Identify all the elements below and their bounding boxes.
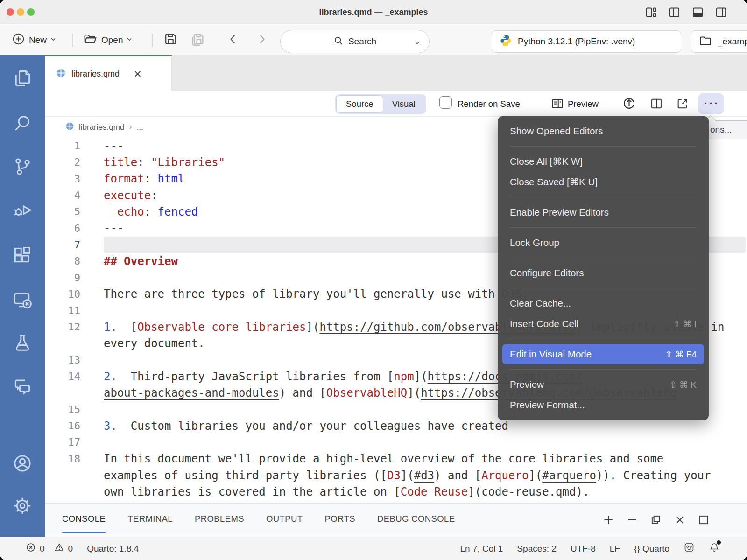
cursor-position-status[interactable]: Ln 7, Col 1 <box>460 544 503 554</box>
save-all-button[interactable] <box>190 25 205 55</box>
navigate-back-button[interactable] <box>227 25 239 55</box>
language-mode-status[interactable]: {} Quarto <box>634 544 669 554</box>
breadcrumb-separator-icon: › <box>129 121 132 132</box>
breadcrumb-more[interactable]: ... <box>137 123 143 132</box>
feedback-smiley-icon[interactable] <box>684 542 695 555</box>
code-line[interactable]: 18In this document we'll provide a high-… <box>45 451 747 467</box>
panel-tab-console[interactable]: CONSOLE <box>62 504 106 537</box>
close-panel-icon[interactable] <box>674 514 686 528</box>
menu-item-label: Close All [⌘K W] <box>510 156 583 167</box>
folder-open-icon <box>83 32 97 48</box>
editor-action-bar: Source Visual Render on Save Preview ··· <box>45 91 747 117</box>
search-input[interactable]: Search <box>280 30 430 53</box>
panel-tab-problems[interactable]: PROBLEMS <box>195 504 244 537</box>
preview-icon[interactable] <box>551 97 564 112</box>
menu-divider <box>510 339 697 339</box>
menu-item-enable-preview-editors[interactable]: Enable Preview Editors <box>498 202 709 223</box>
interpreter-selector[interactable]: Python 3.12.1 (PipEnv: .venv) <box>492 30 681 53</box>
notifications-bell-icon[interactable] <box>709 542 720 555</box>
line-number: 14 <box>45 371 80 382</box>
problems-status[interactable]: 0 0 <box>26 542 73 555</box>
menu-item-lock-group[interactable]: Lock Group <box>498 232 709 253</box>
menu-item-preview[interactable]: Preview⇧ ⌘ K <box>498 374 709 395</box>
panel-tab-terminal[interactable]: TERMINAL <box>127 504 173 537</box>
code-line[interactable]: 163. Custom libraries you and/or your co… <box>45 418 747 434</box>
restore-panel-icon[interactable] <box>650 514 662 528</box>
sidebar-item-settings[interactable] <box>12 496 33 516</box>
menu-item-preview-format[interactable]: Preview Format... <box>498 395 709 415</box>
quarto-file-icon <box>65 122 74 133</box>
sidebar-item-source-control[interactable] <box>12 156 33 177</box>
line-text: examples of using third-party libraries … <box>80 469 711 482</box>
menu-item-edit-in-visual-mode[interactable]: Edit in Visual Mode⇧ ⌘ F4 <box>502 344 704 364</box>
line-number: 9 <box>45 272 80 284</box>
encoding-status[interactable]: UTF-8 <box>571 544 596 554</box>
source-mode-button[interactable]: Source <box>337 96 383 112</box>
tab-libraries-qmd[interactable]: libraries.qmd ✕ <box>45 55 172 91</box>
toggle-primary-sidebar-icon[interactable] <box>668 6 681 19</box>
sidebar-item-account[interactable] <box>12 453 33 474</box>
customize-layout-icon[interactable] <box>645 6 657 19</box>
sidebar-item-chat[interactable] <box>12 376 33 396</box>
project-label: _examples <box>718 36 747 47</box>
code-line[interactable]: 17 <box>45 434 747 450</box>
panel-tab-ports[interactable]: PORTS <box>325 504 355 537</box>
code-line[interactable]: own libraries is covered in the article … <box>45 483 747 500</box>
sidebar-item-run-debug[interactable] <box>12 201 33 221</box>
line-text: There are three types of library you'll … <box>80 287 529 301</box>
line-text: In this document we'll provide a high-le… <box>80 452 663 465</box>
visual-mode-button[interactable]: Visual <box>383 96 425 112</box>
quarto-version-status[interactable]: Quarto: 1.8.4 <box>87 544 139 554</box>
menu-item-clear-cache[interactable]: Clear Cache... <box>498 293 709 314</box>
save-button[interactable] <box>163 25 178 55</box>
toolbar-separator <box>152 33 153 47</box>
sidebar-item-testing[interactable] <box>12 333 33 353</box>
indentation-status[interactable]: Spaces: 2 <box>517 544 557 554</box>
panel-tab-debug-console[interactable]: DEBUG CONSOLE <box>377 504 455 537</box>
toggle-panel-icon[interactable] <box>691 6 704 19</box>
menu-item-close-all-k-w[interactable]: Close All [⌘K W] <box>498 151 709 172</box>
more-actions-button[interactable]: ··· <box>698 93 724 114</box>
minimize-panel-icon[interactable] <box>626 514 638 528</box>
menu-divider <box>510 258 697 258</box>
project-selector[interactable]: _examples <box>691 30 747 53</box>
preview-label[interactable]: Preview <box>568 91 599 117</box>
panel-tab-output[interactable]: OUTPUT <box>266 504 303 537</box>
split-editor-icon[interactable] <box>650 97 663 112</box>
navigate-forward-button[interactable] <box>256 25 268 55</box>
maximize-panel-icon[interactable] <box>698 514 710 528</box>
render-icon[interactable] <box>622 96 636 112</box>
menu-item-close-saved-k-u[interactable]: Close Saved [⌘K U] <box>498 172 709 192</box>
chevron-down-icon[interactable] <box>414 39 421 48</box>
status-bar: 0 0 Quarto: 1.8.4 Ln 7, Col 1 Spaces: 2 … <box>0 537 747 560</box>
search-placeholder: Search <box>348 36 376 47</box>
chevron-right-icon <box>256 33 268 47</box>
line-number: 1 <box>45 140 80 152</box>
open-in-new-window-icon[interactable] <box>676 97 689 112</box>
breadcrumb-file[interactable]: libraries.qmd <box>79 123 124 132</box>
sidebar-item-extensions[interactable] <box>12 245 33 266</box>
render-on-save-checkbox[interactable] <box>439 96 452 109</box>
line-text: --- <box>80 222 124 235</box>
sidebar-item-sessions[interactable] <box>12 290 33 310</box>
menu-item-show-opened-editors[interactable]: Show Opened Editors <box>498 121 709 141</box>
new-button[interactable]: New <box>12 25 56 55</box>
line-text: title: "Libraries" <box>80 156 225 169</box>
line-text: format: html <box>80 172 184 185</box>
toggle-secondary-sidebar-icon[interactable] <box>715 6 727 19</box>
new-console-icon[interactable] <box>602 514 614 528</box>
sidebar-item-explorer[interactable] <box>12 68 33 89</box>
close-tab-icon[interactable]: ✕ <box>134 69 142 79</box>
menu-item-configure-editors[interactable]: Configure Editors <box>498 263 709 283</box>
line-text: --- <box>80 140 124 153</box>
tab-label: libraries.qmd <box>71 69 120 79</box>
eol-status[interactable]: LF <box>610 544 620 554</box>
code-line[interactable]: examples of using third-party libraries … <box>45 467 747 483</box>
sidebar-item-search[interactable] <box>12 113 33 134</box>
menu-item-insert-code-cell[interactable]: Insert Code Cell⇧ ⌘ I <box>498 314 709 334</box>
open-button[interactable]: Open <box>83 25 133 55</box>
menu-divider <box>510 197 697 197</box>
quarto-file-icon <box>56 68 66 80</box>
editor-actions-context-menu: Show Opened EditorsClose All [⌘K W]Close… <box>498 116 709 420</box>
line-number: 4 <box>45 189 80 201</box>
